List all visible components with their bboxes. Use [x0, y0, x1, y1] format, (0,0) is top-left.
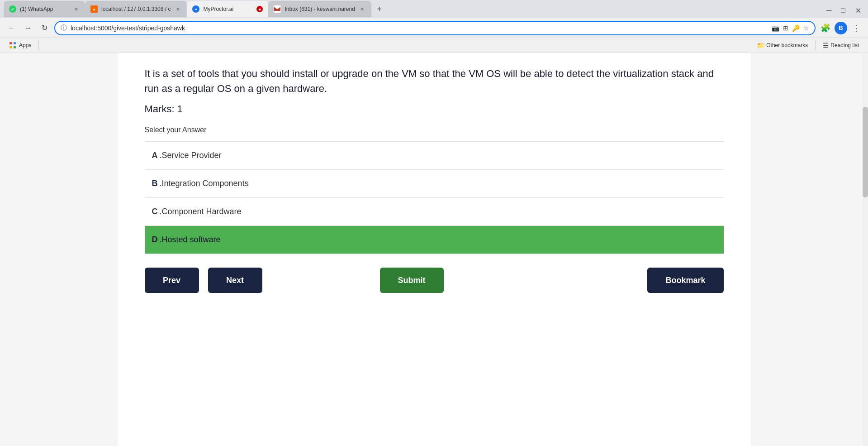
option-c-letter: C: [152, 207, 158, 216]
forward-button[interactable]: →: [22, 22, 34, 34]
page-content: It is a set of tools that you should ins…: [0, 53, 868, 446]
tab-gmail-label: Inbox (631) - keswani.narend: [285, 6, 355, 12]
reading-list-icon: ☰: [823, 42, 829, 49]
apps-bookmark[interactable]: Apps: [5, 40, 35, 51]
bookmarks-bar: Apps 📁 Other bookmarks ☰ Reading list: [0, 38, 868, 53]
toolbar-right: 🧩 B ⋮: [819, 22, 863, 34]
reading-list-label: Reading list: [830, 42, 859, 48]
other-bookmarks-label: Other bookmarks: [766, 42, 808, 48]
tab-whatsapp-label: (1) WhatsApp: [20, 6, 69, 12]
camera-icon[interactable]: 📷: [772, 24, 779, 32]
option-a-text: Service Provider: [162, 151, 222, 160]
submit-button[interactable]: Submit: [380, 268, 444, 293]
tab-pma-close[interactable]: ✕: [174, 5, 181, 13]
question-text: It is a set of tools that you should ins…: [145, 66, 724, 96]
option-b[interactable]: B . Integration Components: [145, 170, 724, 197]
option-d-letter: D: [152, 235, 158, 245]
restore-button[interactable]: □: [841, 6, 846, 12]
marks-text: Marks: 1: [145, 103, 724, 115]
reload-button[interactable]: ↻: [38, 22, 51, 34]
option-b-text: Integration Components: [162, 179, 249, 188]
back-button[interactable]: ←: [5, 22, 18, 34]
svg-rect-3: [9, 46, 12, 48]
bookmark-star-icon[interactable]: ☆: [803, 24, 809, 32]
grid-icon[interactable]: ⊞: [783, 24, 788, 32]
browser-shell: ✓ (1) WhatsApp ✕ ▲ localhost / 127.0.0.1…: [0, 0, 868, 446]
prev-button[interactable]: Prev: [145, 268, 199, 293]
svg-rect-1: [9, 42, 12, 44]
close-button[interactable]: ✕: [855, 6, 861, 12]
extensions-button[interactable]: 🧩: [819, 22, 832, 34]
apps-grid-icon: [9, 42, 16, 49]
tab-gmail[interactable]: Inbox (631) - keswani.narend ✕: [268, 1, 371, 17]
tab-pma[interactable]: ▲ localhost / 127.0.0.1:3308 / c ✕: [85, 1, 187, 17]
tab-pma-label: localhost / 127.0.0.1:3308 / c: [101, 6, 171, 12]
option-b-letter: B: [152, 179, 158, 188]
toolbar: ← → ↻ ⓘ localhost:5000/give-test/striped…: [0, 18, 868, 38]
option-c-text: Component Hardware: [162, 207, 242, 216]
bookmark-button[interactable]: Bookmark: [647, 268, 723, 293]
address-bar[interactable]: ⓘ localhost:5000/give-test/striped-gosha…: [54, 21, 816, 35]
tab-whatsapp[interactable]: ✓ (1) WhatsApp ✕: [4, 1, 85, 17]
bookmark-separator-2: [815, 41, 816, 50]
myproctor-icon: ●: [192, 5, 199, 13]
scrollbar-thumb[interactable]: [863, 107, 868, 197]
key-icon[interactable]: 🔑: [792, 24, 800, 32]
option-a-letter: A: [152, 151, 158, 160]
address-bar-icons: 📷 ⊞ 🔑 ☆: [772, 24, 809, 32]
tab-gmail-close[interactable]: ✕: [359, 5, 366, 13]
new-tab-button[interactable]: +: [373, 3, 386, 15]
svg-rect-2: [14, 42, 16, 44]
tab-myproctor-close[interactable]: ●: [256, 6, 263, 12]
profile-button[interactable]: B: [835, 22, 847, 34]
minimize-button[interactable]: ─: [826, 6, 832, 12]
lock-icon: ⓘ: [61, 24, 67, 32]
pma-icon: ▲: [90, 5, 98, 13]
title-bar: ✓ (1) WhatsApp ✕ ▲ localhost / 127.0.0.1…: [0, 0, 868, 18]
apps-label: Apps: [19, 42, 31, 48]
divider-d: [145, 254, 724, 254]
bookmark-separator: [38, 41, 39, 50]
url-text: localhost:5000/give-test/striped-goshawk: [71, 24, 768, 32]
option-c[interactable]: C . Component Hardware: [145, 198, 724, 225]
content-area: It is a set of tools that you should ins…: [118, 53, 751, 446]
window-controls: ─ □ ✕: [826, 6, 864, 12]
select-answer-label: Select your Answer: [145, 126, 724, 134]
next-button[interactable]: Next: [208, 268, 262, 293]
tab-myproctor[interactable]: ● MyProctor.ai ●: [187, 1, 268, 17]
gmail-icon: [274, 5, 281, 13]
other-bookmarks[interactable]: 📁 Other bookmarks: [753, 40, 811, 51]
option-d-text: Hosted software: [162, 235, 221, 245]
option-a[interactable]: A . Service Provider: [145, 142, 724, 169]
svg-rect-4: [14, 46, 16, 48]
tab-myproctor-label: MyProctor.ai: [203, 6, 253, 12]
bottom-buttons: Prev Next Submit Bookmark: [145, 268, 724, 293]
menu-button[interactable]: ⋮: [850, 22, 863, 34]
reading-list[interactable]: ☰ Reading list: [819, 40, 863, 51]
whatsapp-icon: ✓: [9, 5, 16, 13]
scrollbar-track: [863, 53, 868, 446]
tab-whatsapp-close[interactable]: ✕: [72, 5, 80, 13]
option-d[interactable]: D . Hosted software: [145, 226, 724, 254]
folder-icon: 📁: [757, 42, 764, 49]
